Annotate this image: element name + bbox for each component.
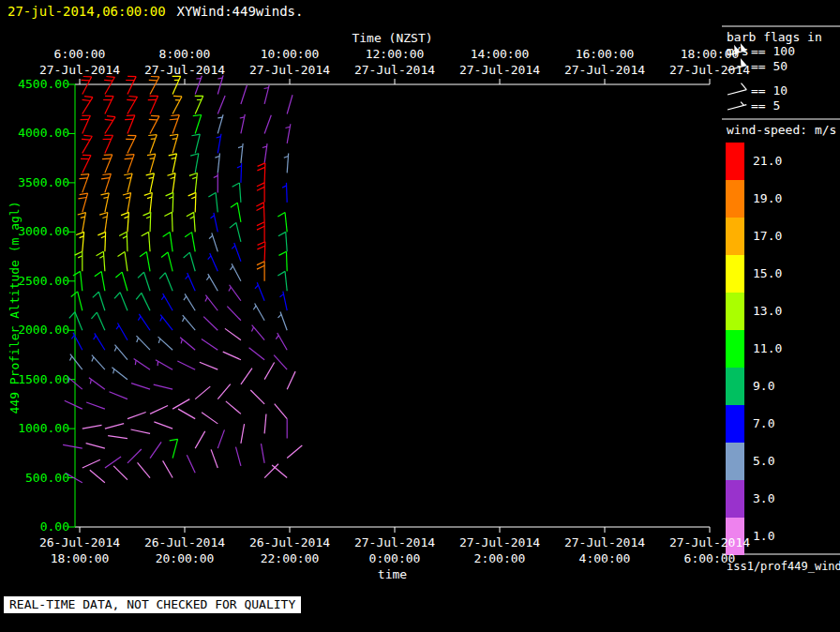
top-axis-tick-label: 8:00:00 27-Jul-2014 [133,46,236,78]
wind-barb-staff [218,96,225,113]
wind-barb-half-tick [206,277,209,280]
wind-barb-staff [128,173,132,192]
wind-barb-staff [172,173,175,193]
top-axis-tick-label: 14:00:00 27-Jul-2014 [448,46,551,78]
altitude-tick-label: 1500.00 [0,372,69,386]
wind-barb-half-tick [123,236,127,238]
wind-barb-full-tick [84,97,93,98]
wind-barb-staff [200,362,218,369]
altitude-tick-label: 0.00 [0,519,69,534]
colorbar-segment [726,255,744,293]
wind-barb-half-tick [232,246,235,249]
top-axis-title: Time (NZST) [75,31,710,45]
wind-barb-staff [235,447,240,466]
wind-barb-full-tick [76,232,83,234]
wind-barb-full-tick [79,178,87,179]
wind-barb-full-tick [69,312,75,319]
wind-barb-staff [285,212,287,232]
wind-barb-full-tick [185,233,191,237]
wind-barb-full-tick [115,272,122,278]
wind-barb-staff [150,212,151,232]
wind-barb-half-tick [137,338,139,342]
wind-barb-staff [101,272,105,292]
wind-barb-full-tick [278,212,285,217]
wind-barb-full-tick [128,96,137,97]
wind-barb-half-tick [160,317,162,321]
wind-barb-staff [146,252,150,272]
colorbar-value-label: 5.0 [753,454,774,468]
altitude-tick-label: 4500.00 [0,77,69,91]
wind-barb-full-tick [99,213,108,216]
wind-barb-full-tick [144,192,153,195]
wind-barb-staff [128,136,136,154]
wind-barb-full-tick [171,115,179,116]
wind-barb-full-tick [71,292,78,297]
wind-barb-half-tick [209,235,213,238]
wind-barb-staff [250,390,264,404]
wind-barb-half-tick [183,317,185,322]
wind-barb-half-tick [276,336,278,339]
wind-barb-full-tick [257,262,264,265]
wind-barb-half-tick [150,158,155,159]
wind-barb-staff [287,95,292,113]
wind-barb-staff [227,307,241,321]
wind-barb-staff [128,77,136,95]
wind-barb-half-tick [184,296,187,300]
altitude-tick-label: 3500.00 [0,175,69,189]
colorbar-value-label: 15.0 [753,266,782,280]
barb-flag-label: == 5 [751,98,780,113]
wind-barb-full-tick [257,226,264,230]
colorbar-segment [726,330,744,368]
wind-barb-half-tick [251,327,253,332]
wind-barb-half-tick [158,339,159,343]
wind-barb-staff [81,271,82,291]
wind-barb-staff [249,348,265,360]
colorbar-value-label: 11.0 [753,341,782,355]
wind-barb-staff [82,459,100,468]
wind-barb-half-tick [181,339,182,344]
title-timestamp: 27-jul-2014,06:00:00 [8,4,166,19]
wind-barb-staff [275,404,287,419]
wind-barb-staff [286,251,287,271]
wind-barb-full-tick [127,99,135,100]
colorbar-segment [726,368,744,405]
wind-barb-full-tick [190,154,199,156]
wind-barb-full-tick [124,173,132,175]
wind-barb-full-tick [91,312,97,319]
wind-barb-staff [105,193,109,213]
wind-barb-staff [128,212,128,232]
wind-barb-half-tick [255,285,258,289]
wind-barb-half-tick [161,296,164,300]
bottom-axis-tick-label: 26-Jul-2014 20:00:00 [133,534,236,566]
wind-barb-full-tick [101,178,110,179]
wind-barb-half-tick [116,325,119,329]
wind-barb-staff [178,409,195,419]
title-app-name: XYWind:449winds. [177,4,304,19]
wind-barb-half-tick [169,197,173,199]
wind-barb-staff [223,352,241,360]
wind-barb-full-tick [278,271,285,276]
wind-barb-half-tick [90,380,91,384]
wind-barb-half-tick [214,175,218,177]
wind-barb-staff [263,203,264,222]
wind-barb-staff [287,371,295,389]
wind-barb-staff [128,449,142,463]
wind-barb-full-tick [98,232,105,235]
colorbar-segment [726,443,744,480]
bottom-axis-title: time [75,567,710,581]
wind-barb-full-tick [164,212,172,216]
wind-barb-full-tick [147,154,156,155]
wind-barb-full-tick [105,119,113,120]
wind-barb-staff [728,90,746,95]
window-title: 27-jul-2014,06:00:00XYWind:449winds. [8,4,303,19]
colorbar-segment [726,405,744,443]
wind-barb-half-tick [186,276,188,279]
wind-barb-staff [82,156,91,173]
wind-barb-full-tick [140,252,146,257]
wind-barb-staff [172,192,173,212]
wind-barb-staff [78,292,82,310]
wind-barb-half-tick [92,357,94,362]
wind-barb-staff [82,77,92,95]
wind-barb-staff [264,414,266,433]
wind-barb-staff [82,174,89,193]
